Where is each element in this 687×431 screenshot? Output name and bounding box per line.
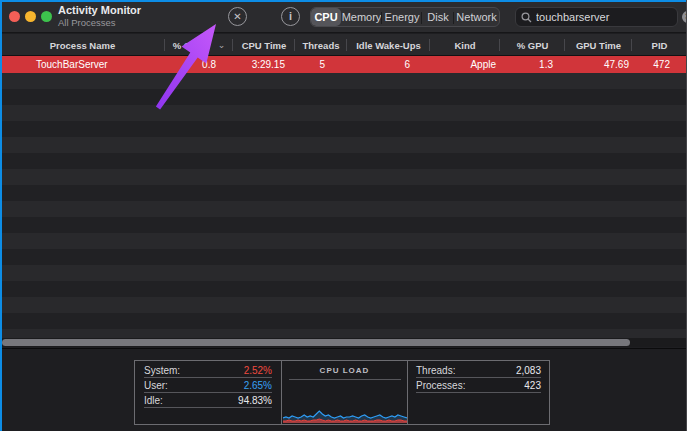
search-input[interactable] — [532, 11, 682, 23]
stat-row-system: System: 2.52% — [144, 363, 272, 378]
tab-disk[interactable]: Disk — [422, 8, 454, 26]
column-header-idle-wake-ups[interactable]: Idle Wake-Ups — [347, 34, 430, 56]
threads-label: Threads: — [416, 365, 455, 376]
tab-memory[interactable]: Memory — [341, 8, 382, 26]
search-field[interactable]: ✕ — [515, 7, 678, 27]
close-window-button[interactable] — [9, 11, 20, 22]
system-value: 2.52% — [244, 365, 272, 376]
cell-process-name: TouchBarServer — [0, 56, 165, 73]
threads-value: 2,083 — [516, 365, 541, 376]
sort-indicator-icon: ⌄ — [218, 40, 226, 50]
cell-gpu-time: 47.69 — [565, 56, 632, 73]
table-row-touchbarserver[interactable]: TouchBarServer 0.8 3:29.15 5 6 Apple 1.3… — [0, 56, 687, 73]
process-stats-section: Threads: 2,083 Processes: 423 — [408, 361, 549, 424]
processes-value: 423 — [524, 380, 541, 391]
minimize-window-button[interactable] — [25, 11, 36, 22]
idle-value: 94.83% — [238, 395, 272, 406]
cell-gpu-percent: 1.3 — [500, 56, 565, 73]
cell-pid: 472 — [632, 56, 687, 73]
cpu-load-graph — [283, 405, 407, 423]
cpu-load-title: CPU LOAD — [282, 361, 407, 375]
tab-cpu[interactable]: CPU — [311, 8, 341, 26]
cell-kind: Apple — [430, 56, 500, 73]
stat-row-idle: Idle: 94.83% — [144, 393, 272, 408]
tab-network[interactable]: Network — [454, 8, 499, 26]
user-label: User: — [144, 380, 168, 391]
search-icon — [521, 12, 532, 23]
table-empty-rows — [0, 73, 687, 338]
column-header-cpu-time[interactable]: CPU Time — [233, 34, 295, 56]
cell-idle-wake-ups: 6 — [347, 56, 430, 73]
footer-stats-area: System: 2.52% User: 2.65% Idle: 94.83% C… — [0, 349, 687, 431]
screenshot-border-left — [0, 0, 2, 431]
quit-process-icon: ✕ — [233, 12, 241, 22]
window-subtitle: All Processes — [58, 17, 141, 28]
cpu-usage-section: System: 2.52% User: 2.65% Idle: 94.83% — [135, 361, 282, 424]
cell-threads: 5 — [295, 56, 347, 73]
cpu-load-rule — [289, 379, 401, 380]
horizontal-scrollbar-thumb[interactable] — [2, 339, 630, 346]
column-header-cpu-percent[interactable]: % CPU⌄ — [165, 34, 233, 56]
column-header-threads[interactable]: Threads — [295, 34, 347, 56]
column-header-gpu-percent[interactable]: % GPU — [500, 34, 565, 56]
cpu-load-section: CPU LOAD — [282, 361, 408, 424]
tab-energy[interactable]: Energy — [382, 8, 422, 26]
column-header-pid[interactable]: PID — [632, 34, 687, 56]
idle-label: Idle: — [144, 395, 163, 406]
cpu-stats-panel: System: 2.52% User: 2.65% Idle: 94.83% C… — [134, 360, 550, 425]
clear-search-button[interactable]: ✕ — [682, 11, 687, 23]
cell-cpu-time: 3:29.15 — [233, 56, 295, 73]
info-icon: i — [289, 11, 292, 22]
inspect-process-button[interactable]: i — [281, 7, 300, 26]
stat-row-user: User: 2.65% — [144, 378, 272, 393]
column-header-process-name[interactable]: Process Name — [0, 34, 165, 56]
window-title: Activity Monitor — [58, 4, 141, 17]
stat-row-threads: Threads: 2,083 — [416, 363, 541, 378]
user-value: 2.65% — [244, 380, 272, 391]
screenshot-border-top — [0, 0, 687, 2]
window-title-block: Activity Monitor All Processes — [58, 4, 141, 29]
table-header: Process Name % CPU⌄ CPU Time Threads Idl… — [0, 34, 687, 56]
cell-cpu-percent: 0.8 — [165, 56, 233, 73]
system-label: System: — [144, 365, 180, 376]
column-header-kind[interactable]: Kind — [430, 34, 500, 56]
view-segmented-control: CPU Memory Energy Disk Network — [310, 7, 500, 27]
column-header-gpu-time[interactable]: GPU Time — [565, 34, 632, 56]
quit-process-button[interactable]: ✕ — [228, 7, 247, 26]
zoom-window-button[interactable] — [41, 11, 52, 22]
title-bar: Activity Monitor All Processes ✕ i ⋯ ⌄ C… — [0, 0, 687, 33]
stat-row-processes: Processes: 423 — [416, 378, 541, 393]
processes-label: Processes: — [416, 380, 465, 391]
activity-monitor-window: Activity Monitor All Processes ✕ i ⋯ ⌄ C… — [0, 0, 687, 431]
